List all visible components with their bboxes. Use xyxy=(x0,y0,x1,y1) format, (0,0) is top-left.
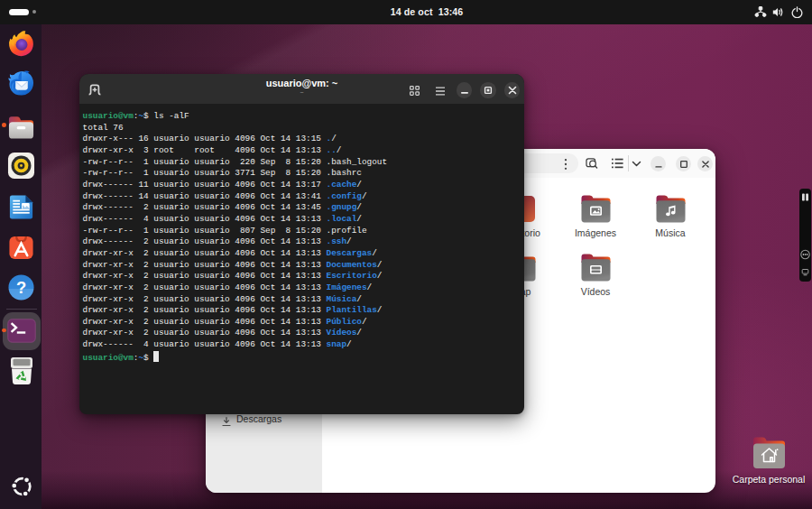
svg-text:?: ? xyxy=(16,277,26,296)
